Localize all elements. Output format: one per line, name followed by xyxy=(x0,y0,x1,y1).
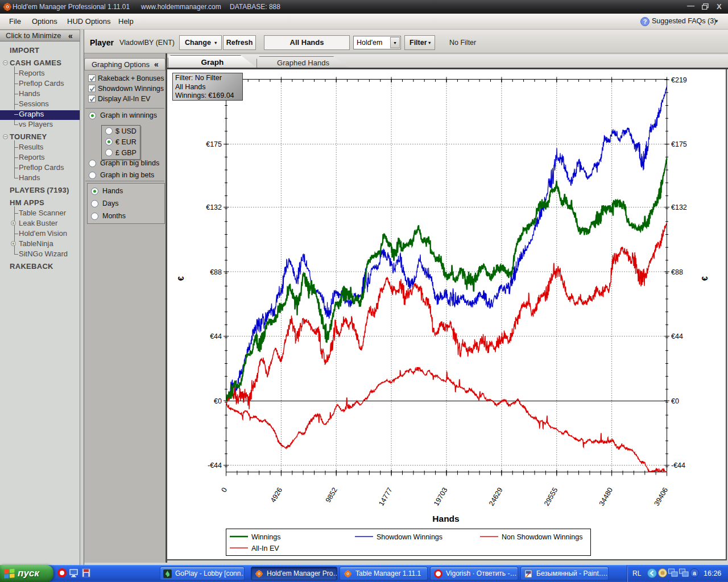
svg-text:19703: 19703 xyxy=(432,486,449,507)
svg-text:14777: 14777 xyxy=(377,486,394,507)
svg-text:0: 0 xyxy=(220,486,229,493)
svg-text:€: € xyxy=(700,276,709,281)
svg-text:34480: 34480 xyxy=(598,486,615,507)
svg-text:€175: €175 xyxy=(206,140,222,148)
svg-text:a: a xyxy=(693,569,696,576)
svg-text:9852: 9852 xyxy=(324,486,339,504)
svg-text:All-In EV: All-In EV xyxy=(251,544,279,552)
svg-text:Showdown Winnings: Showdown Winnings xyxy=(377,533,442,541)
svg-text:39406: 39406 xyxy=(653,486,670,507)
svg-text:?: ? xyxy=(643,18,647,25)
svg-text:€44: €44 xyxy=(671,332,683,340)
svg-text:€219: €219 xyxy=(671,76,687,84)
svg-text:€175: €175 xyxy=(671,140,687,148)
svg-text:€132: €132 xyxy=(671,203,687,211)
svg-text:29555: 29555 xyxy=(543,486,560,507)
svg-text:€0: €0 xyxy=(671,397,679,405)
svg-text:€88: €88 xyxy=(671,268,683,276)
svg-text:Hands: Hands xyxy=(432,514,459,523)
svg-text:4926: 4926 xyxy=(269,486,284,504)
svg-text:-€44: -€44 xyxy=(671,462,685,469)
svg-text:€: € xyxy=(176,276,185,281)
svg-text:-€44: -€44 xyxy=(208,462,222,469)
svg-text:€88: €88 xyxy=(210,268,222,276)
svg-text:Winnings: Winnings xyxy=(251,533,280,541)
svg-text:Non Showdown Winnings: Non Showdown Winnings xyxy=(502,533,582,541)
svg-text:€0: €0 xyxy=(214,397,222,405)
svg-text:24629: 24629 xyxy=(487,486,504,507)
svg-text:€44: €44 xyxy=(210,332,222,340)
svg-text:€132: €132 xyxy=(206,203,222,211)
